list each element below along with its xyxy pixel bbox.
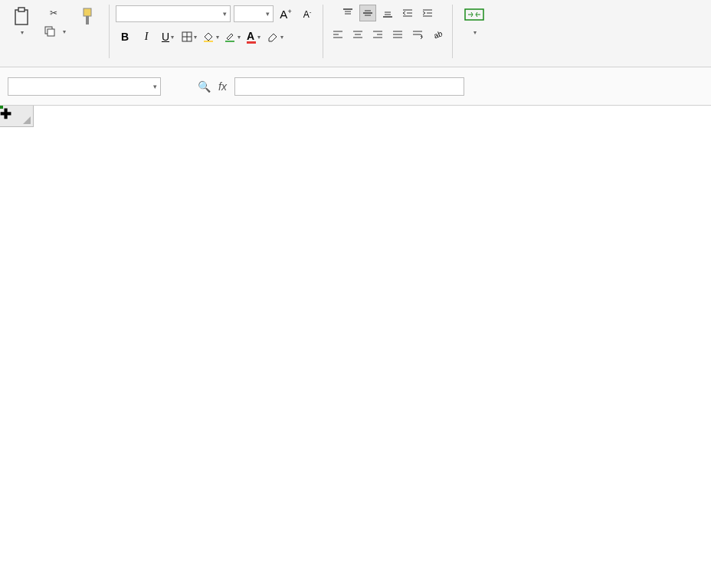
chevron-down-icon: ▾: [63, 28, 66, 35]
font-color-icon: A: [247, 30, 256, 44]
font-size-select[interactable]: ▾: [234, 5, 274, 22]
italic-icon: I: [145, 31, 149, 43]
svg-text:ab: ab: [433, 29, 443, 40]
highlight-icon: [224, 31, 236, 43]
orientation-button[interactable]: ab: [429, 26, 446, 43]
chevron-down-icon: ▾: [238, 34, 241, 41]
font-color-button[interactable]: A▾: [244, 28, 263, 46]
chevron-down-icon: ▾: [257, 34, 260, 41]
indent-decrease-icon: [402, 8, 413, 18]
align-right-button[interactable]: [369, 26, 386, 43]
wrap-icon: [412, 29, 423, 40]
align-right-icon: [372, 29, 383, 40]
align-middle-icon: [362, 8, 373, 18]
border-icon: [182, 31, 192, 42]
bucket-icon: [202, 31, 215, 43]
eraser-button[interactable]: ▾: [266, 28, 284, 46]
separator: [452, 5, 453, 58]
indent-increase-button[interactable]: [419, 5, 436, 21]
italic-button[interactable]: I: [137, 28, 156, 46]
align-bottom-icon: [382, 8, 393, 18]
format-painter-button[interactable]: [72, 5, 103, 31]
separator: [109, 5, 110, 58]
chevron-down-icon: ▾: [21, 29, 24, 36]
align-left-button[interactable]: [329, 26, 346, 43]
chevron-down-icon: ▾: [473, 29, 477, 36]
font-decrease-icon: A-: [303, 8, 312, 20]
corner-triangle-icon: [23, 116, 31, 124]
wrap-text-button[interactable]: [409, 26, 426, 43]
indent-decrease-button[interactable]: [399, 5, 416, 21]
align-top-icon: [342, 8, 353, 18]
scissors-icon: ✂: [47, 6, 61, 20]
copy-button[interactable]: ▾: [40, 23, 69, 40]
orientation-icon: ab: [432, 29, 443, 40]
chevron-down-icon: ▾: [194, 34, 197, 41]
chevron-down-icon: ▾: [153, 83, 157, 90]
indent-increase-icon: [422, 8, 433, 18]
align-bottom-button[interactable]: [379, 5, 396, 21]
chevron-down-icon: ▾: [280, 34, 283, 41]
font-increase-icon: A+: [280, 8, 291, 21]
brush-icon: [77, 6, 98, 28]
bold-button[interactable]: B: [116, 28, 134, 46]
svg-rect-10: [225, 41, 234, 42]
copy-icon: [43, 24, 57, 38]
fx-icon[interactable]: fx: [218, 80, 227, 93]
paste-button[interactable]: ▾: [6, 5, 37, 38]
chevron-down-icon: ▾: [223, 10, 227, 18]
merge-icon: [464, 6, 485, 28]
chevron-down-icon: ▾: [216, 34, 219, 41]
increase-font-button[interactable]: A+: [277, 5, 295, 23]
align-justify-icon: [392, 29, 403, 40]
bold-icon: B: [121, 31, 129, 43]
svg-rect-5: [86, 16, 89, 24]
highlight-button[interactable]: ▾: [223, 28, 241, 46]
ribbon-toolbar: ▾ ✂ ▾ ▾ ▾: [0, 0, 711, 67]
align-left-icon: [333, 29, 343, 40]
underline-button[interactable]: U▾: [159, 28, 177, 46]
chevron-down-icon: ▾: [171, 34, 174, 41]
merge-center-button[interactable]: ▾: [459, 5, 490, 38]
chevron-down-icon: ▾: [266, 10, 270, 18]
separator: [323, 5, 323, 58]
font-name-select[interactable]: ▾: [116, 5, 231, 22]
formula-bar: ▾ 🔍 fx: [0, 67, 711, 106]
eraser-icon: [267, 31, 279, 43]
align-middle-button[interactable]: [359, 5, 376, 21]
svg-rect-0: [15, 10, 28, 24]
svg-rect-9: [204, 41, 213, 42]
decrease-font-button[interactable]: A-: [298, 5, 316, 23]
align-center-button[interactable]: [349, 26, 366, 43]
name-box[interactable]: ▾: [8, 77, 161, 96]
svg-rect-40: [465, 9, 483, 20]
svg-rect-4: [84, 8, 91, 16]
align-center-icon: [352, 29, 363, 40]
border-button[interactable]: ▾: [180, 28, 198, 46]
clipboard-icon: [11, 6, 32, 28]
underline-icon: U: [162, 31, 169, 43]
svg-rect-3: [48, 29, 54, 36]
svg-rect-1: [18, 8, 25, 11]
fill-color-button[interactable]: ▾: [202, 28, 220, 46]
formula-input[interactable]: [234, 77, 464, 96]
align-justify-button[interactable]: [389, 26, 406, 43]
cut-button[interactable]: ✂: [44, 5, 66, 21]
select-all-corner[interactable]: [0, 106, 34, 127]
zoom-icon[interactable]: 🔍: [198, 80, 211, 93]
align-top-button[interactable]: [339, 5, 356, 21]
